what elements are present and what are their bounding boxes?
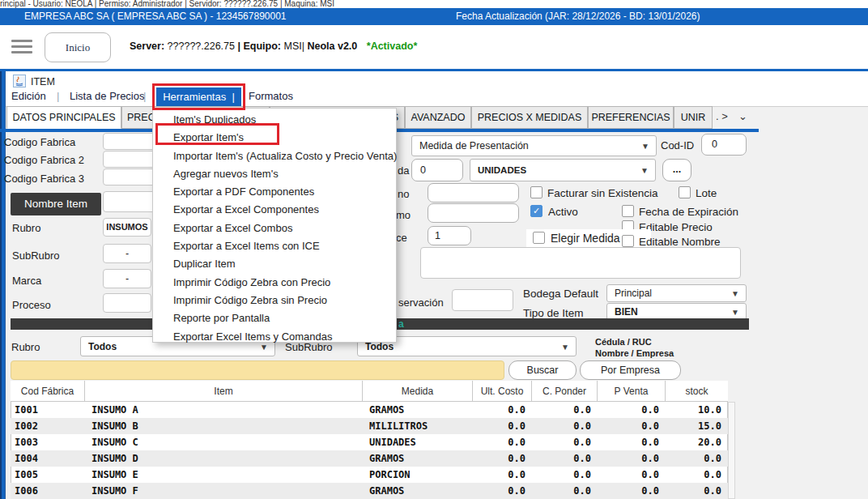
col-header-medida[interactable]: Medida <box>363 381 473 402</box>
table-row[interactable]: I003 INSUMO C UNIDADES 0.0 0.0 0.0 20.0 <box>11 434 728 450</box>
table-scrollbar[interactable] <box>728 402 735 499</box>
medida-presentacion-select[interactable]: Medida de Presentación ▼ <box>411 135 657 156</box>
fecha-de-expiracion-label: Fecha de Expiración <box>639 206 738 218</box>
col-header-item[interactable]: Item <box>85 381 363 402</box>
chevron-down-icon: ▼ <box>640 166 649 175</box>
subrubro-value-field[interactable]: - <box>103 244 151 263</box>
equipo-value: MSI| <box>283 41 304 52</box>
marca-value-field[interactable]: - <box>103 269 151 288</box>
chevron-down-icon: ▼ <box>641 142 649 151</box>
equivalencia-input[interactable]: 1 <box>428 226 471 245</box>
table-row[interactable]: I005 INSUMO E PORCION 0.0 0.0 0.0 0.0 <box>11 467 728 483</box>
inicio-button[interactable]: Inicio <box>45 32 111 62</box>
menubar-formatos[interactable]: Formatos <box>249 90 293 102</box>
menubar-lista-de-precios[interactable]: Lista de Precios <box>70 90 145 102</box>
col-header-cod-fabrica[interactable]: Cod Fábrica <box>11 381 85 402</box>
fecha-de-expiracion-checkbox[interactable] <box>622 205 634 217</box>
maximo-input[interactable] <box>428 183 519 203</box>
os-titlebar-text: rincipal - Usuario: NEOLA | Permiso: Adm… <box>0 0 334 8</box>
tipo-de-item-label: Tipo de Item <box>523 307 584 319</box>
status-activado: *Activado* <box>367 41 418 52</box>
minimo-input[interactable] <box>428 203 519 223</box>
lote-checkbox[interactable] <box>679 186 691 198</box>
menu-item-exportar-excel-items-comandas[interactable]: Exportar Excel Items y Comandas <box>153 328 396 346</box>
menubar-separator: | <box>143 90 146 102</box>
activo-checkbox[interactable]: ✓ <box>530 205 542 217</box>
menu-item-exportar-pdf-componentes[interactable]: Exportar a PDF Componentes <box>153 183 396 201</box>
table-row[interactable]: I001 INSUMO A GRAMOS 0.0 0.0 0.0 10.0 <box>11 402 728 418</box>
subrubro-label: SubRubro <box>12 250 60 262</box>
fecha-actualizacion: Fecha Actualización (JAR: 28/12/2026 - B… <box>456 8 700 25</box>
facturar-sin-existencia-label: Facturar sin Existencia <box>547 187 658 199</box>
lote-label: Lote <box>696 187 717 199</box>
os-titlebar: rincipal - Usuario: NEOLA | Permiso: Adm… <box>0 0 868 8</box>
buscar-button[interactable]: Buscar <box>508 360 577 380</box>
elegir-medida-label: Elegir Medida <box>551 232 620 245</box>
menu-item-reporte-por-pantalla[interactable]: Reporte por Pantalla <box>153 309 396 327</box>
rubro-label: Rubro <box>12 222 40 234</box>
tab-precios-x-medidas[interactable]: PRECIOS X MEDIDAS <box>471 106 588 129</box>
observacion-input[interactable] <box>452 289 513 311</box>
codigo-fabrica-2-label: Codigo Fabrica 2 <box>4 154 84 166</box>
medida-unit-select[interactable]: UNIDADES ▼ <box>470 159 656 181</box>
cod-id-field[interactable]: 0 <box>701 134 747 156</box>
menubar-separator: | <box>57 90 59 102</box>
table-row[interactable]: I004 INSUMO D GRAMOS 0.0 0.0 0.0 0.0 <box>11 450 728 467</box>
col-header-ult-costo[interactable]: Ult. Costo <box>473 381 532 402</box>
cod-id-label: Cod-ID <box>661 139 694 151</box>
col-header-stock[interactable]: stock <box>666 381 728 402</box>
table-row[interactable]: I006 INSUMO F GRAMOS 0.0 0.0 0.0 0.0 <box>11 483 728 499</box>
hamburger-menu-icon[interactable] <box>11 36 32 57</box>
cedula-ruc-label: Cédula / RUC Nombre / Empresa <box>595 337 674 358</box>
proceso-label: Proceso <box>12 299 51 311</box>
app-version: Neola v2.0 <box>307 41 357 52</box>
search-query-input[interactable] <box>11 360 504 380</box>
editable-nombre-label: Editable Nombre <box>639 236 721 248</box>
rubro-value-field[interactable]: INSUMOS <box>103 218 151 237</box>
separator: | <box>237 41 240 52</box>
tab-unir[interactable]: UNIR <box>674 106 713 129</box>
menu-item-exportar-excel-items-ice[interactable]: Exportar a Excel Items con ICE <box>153 237 396 255</box>
col-header-c-ponder[interactable]: C. Ponder <box>532 381 598 402</box>
medida-label-fragment: da <box>398 164 409 177</box>
tab-preferencias[interactable]: PREFERENCIAS <box>588 106 674 129</box>
company-name: EMPRESA ABC SA ( EMPRESA ABC SA ) - 1234… <box>24 8 287 25</box>
menu-item-agregar-nuevos-items[interactable]: Agregar nuevos Item's <box>153 165 396 183</box>
minimo-label-fragment: mo <box>396 209 411 221</box>
facturar-sin-existencia-checkbox[interactable] <box>530 186 542 198</box>
medida-qty-input[interactable]: 0 <box>411 159 463 181</box>
menubar-edicion[interactable]: Edición <box>11 90 46 102</box>
java-app-icon <box>13 75 26 87</box>
server-value: ??????.226.75 <box>168 41 235 52</box>
search-rubro-label: Rubro <box>11 341 40 353</box>
chevron-down-icon: ▼ <box>561 342 569 351</box>
bodega-default-select[interactable]: Principal ▼ <box>606 284 747 302</box>
por-empresa-button[interactable]: Por Empresa <box>580 360 681 380</box>
table-row[interactable]: I002 INSUMO B MILILITROS 0.0 0.0 0.0 15.… <box>11 418 728 434</box>
menu-item-exportar-excel-componentes[interactable]: Exportar a Excel Componentes <box>153 201 396 219</box>
menu-item-exportar-excel-combos[interactable]: Exportar a Excel Combos <box>153 220 396 237</box>
col-header-p-venta[interactable]: P Venta <box>598 381 666 402</box>
menu-item-importar-items[interactable]: Importar Item's (Actualiza Costo y Preci… <box>153 147 396 165</box>
toolbar: Inicio Server: ??????.226.75 | Equipo: M… <box>0 25 868 69</box>
server-status-line: Server: ??????.226.75 | Equipo: MSI| Neo… <box>130 41 417 52</box>
nombre-item-button[interactable]: Nombre Item <box>11 193 101 215</box>
tab-datos-principales[interactable]: DATOS PRINCIPALES <box>6 106 121 129</box>
tab-avanzado[interactable]: AVANZADO <box>405 106 471 129</box>
tab-scroll-controls[interactable]: . > <box>716 110 728 122</box>
editable-nombre-checkbox[interactable] <box>622 235 634 247</box>
elegir-medida-checkbox[interactable] <box>533 232 545 244</box>
server-label: Server: <box>130 41 164 52</box>
equivalencia-label-fragment: ce <box>396 232 407 244</box>
proceso-input[interactable] <box>103 293 151 313</box>
notes-textarea[interactable] <box>420 247 741 279</box>
chevron-down-icon: ▼ <box>731 308 739 317</box>
company-bar: EMPRESA ABC SA ( EMPRESA ABC SA ) - 1234… <box>0 8 868 25</box>
app-window: rincipal - Usuario: NEOLA | Permiso: Adm… <box>0 0 868 499</box>
tab-overflow-chevron-icon[interactable]: ⌄ <box>738 110 747 122</box>
menu-item-imprimir-zebra-con-precio[interactable]: Imprimir Código Zebra con Precio <box>153 274 396 292</box>
menu-item-duplicar-item[interactable]: Duplicar Item <box>153 255 396 273</box>
bodega-default-label: Bodega Default <box>523 288 598 300</box>
more-options-button[interactable]: ... <box>662 159 691 181</box>
menu-item-imprimir-zebra-sin-precio[interactable]: Imprimir Código Zebra sin Precio <box>153 292 396 309</box>
